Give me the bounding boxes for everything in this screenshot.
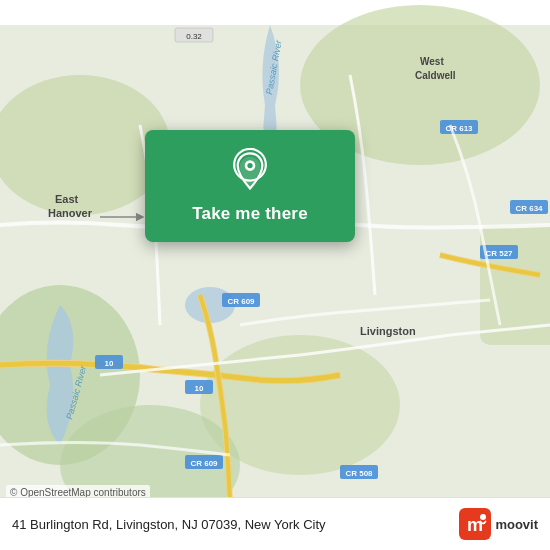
svg-text:0.32: 0.32 xyxy=(186,32,202,41)
svg-text:CR 609: CR 609 xyxy=(227,297,255,306)
map-background: 10 10 CR 609 CR 609 CR 527 CR 613 CR 634… xyxy=(0,0,550,550)
address-text: 41 Burlington Rd, Livingston, NJ 07039, … xyxy=(12,517,459,532)
map-container: 10 10 CR 609 CR 609 CR 527 CR 613 CR 634… xyxy=(0,0,550,550)
svg-text:10: 10 xyxy=(195,384,204,393)
svg-point-36 xyxy=(247,163,252,168)
moovit-icon: m xyxy=(459,508,491,540)
svg-text:West: West xyxy=(420,56,444,67)
bottom-bar: 41 Burlington Rd, Livingston, NJ 07039, … xyxy=(0,497,550,550)
location-pin-icon xyxy=(228,148,272,192)
svg-text:CR 508: CR 508 xyxy=(345,469,373,478)
moovit-logo: m moovit xyxy=(459,508,538,540)
svg-text:CR 527: CR 527 xyxy=(485,249,513,258)
take-me-there-button[interactable]: Take me there xyxy=(192,202,308,226)
overlay-card: Take me there xyxy=(145,130,355,242)
svg-text:Caldwell: Caldwell xyxy=(415,70,456,81)
svg-text:CR 634: CR 634 xyxy=(515,204,543,213)
svg-text:East: East xyxy=(55,193,79,205)
svg-text:CR 609: CR 609 xyxy=(190,459,218,468)
svg-text:Hanover: Hanover xyxy=(48,207,93,219)
svg-text:10: 10 xyxy=(105,359,114,368)
svg-point-39 xyxy=(480,514,486,520)
moovit-name: moovit xyxy=(495,517,538,532)
svg-text:Livingston: Livingston xyxy=(360,325,416,337)
